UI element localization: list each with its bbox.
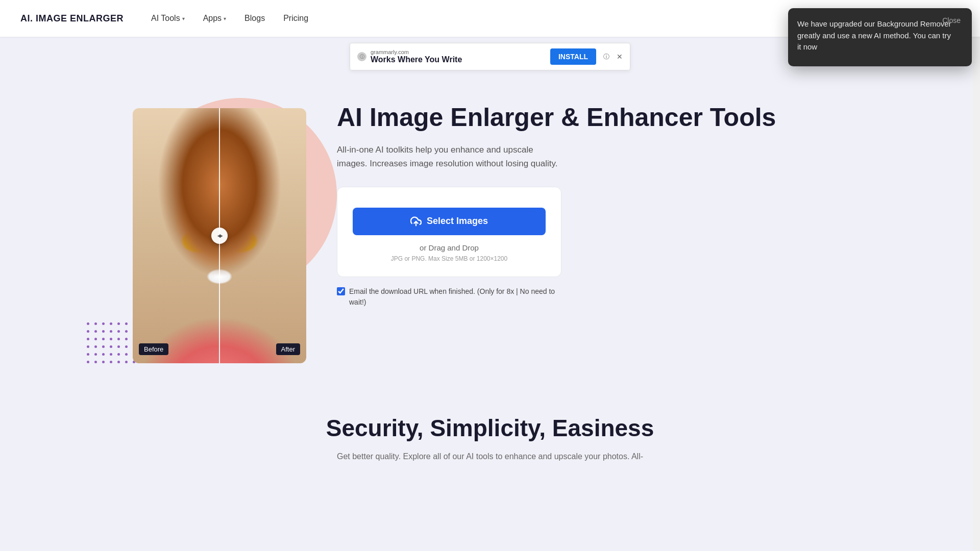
hero-title: AI Image Enlarger & Enhancer Tools (337, 103, 898, 133)
file-info-text: JPG or PNG. Max Size 5MB or 1200×1200 (353, 255, 546, 262)
ad-banner: ⓘ grammarly.com Works Where You Write IN… (350, 43, 630, 70)
upload-icon (410, 216, 422, 227)
main-content: ◂▸ Before After AI Image Enlarger & Enha… (0, 67, 980, 384)
ad-headline: Works Where You Write (371, 55, 543, 64)
nav-apps[interactable]: Apps ▾ (196, 10, 233, 27)
email-row: Email the download URL when finished. (O… (337, 286, 561, 308)
ad-domain: grammarly.com (371, 49, 543, 55)
before-label: Before (139, 343, 168, 355)
upload-box: Select Images or Drag and Drop JPG or PN… (337, 187, 561, 277)
toast-message: We have upgraded our Background Remover … (797, 18, 963, 53)
dots-decoration (87, 322, 135, 368)
bottom-subtitle: Get better quality. Explore all of our A… (311, 450, 669, 463)
after-label: After (276, 343, 300, 355)
scrollbar[interactable] (973, 0, 980, 551)
left-section: ◂▸ Before After (102, 88, 306, 363)
nav-ai-tools[interactable]: AI Tools ▾ (144, 10, 192, 27)
ad-install-button[interactable]: INSTALL (550, 48, 596, 65)
ad-close-button[interactable]: ✕ (617, 53, 623, 61)
nav-blogs[interactable]: Blogs (237, 10, 272, 27)
bottom-section: Security, Simplicity, Easiness Get bette… (0, 384, 980, 479)
ad-ad-icon: ⓘ (357, 52, 366, 61)
chevron-down-icon: ▾ (224, 16, 226, 21)
chevron-down-icon: ▾ (182, 16, 185, 21)
ad-info-icon: ⓘ (603, 53, 609, 61)
site-logo: AI. IMAGE ENLARGER (20, 13, 124, 24)
ad-content: ⓘ grammarly.com Works Where You Write (357, 49, 543, 64)
toast-close-button[interactable]: Close (939, 15, 964, 26)
bottom-title: Security, Simplicity, Easiness (20, 414, 960, 442)
email-checkbox[interactable] (337, 287, 345, 295)
image-comparison[interactable]: ◂▸ Before After (133, 108, 306, 363)
toast-notification: We have upgraded our Background Remover … (788, 8, 972, 66)
handle-arrows-icon: ◂▸ (217, 232, 222, 239)
drag-drop-text: or Drag and Drop (353, 243, 546, 252)
comparison-handle[interactable]: ◂▸ (211, 228, 228, 244)
right-section: AI Image Enlarger & Enhancer Tools All-i… (337, 88, 898, 308)
hero-subtitle: All-in-one AI toolkits help you enhance … (337, 143, 561, 170)
email-label: Email the download URL when finished. (O… (349, 286, 561, 308)
select-images-button[interactable]: Select Images (353, 208, 546, 235)
nav-links: AI Tools ▾ Apps ▾ Blogs Pricing (144, 10, 835, 27)
nav-pricing[interactable]: Pricing (276, 10, 315, 27)
